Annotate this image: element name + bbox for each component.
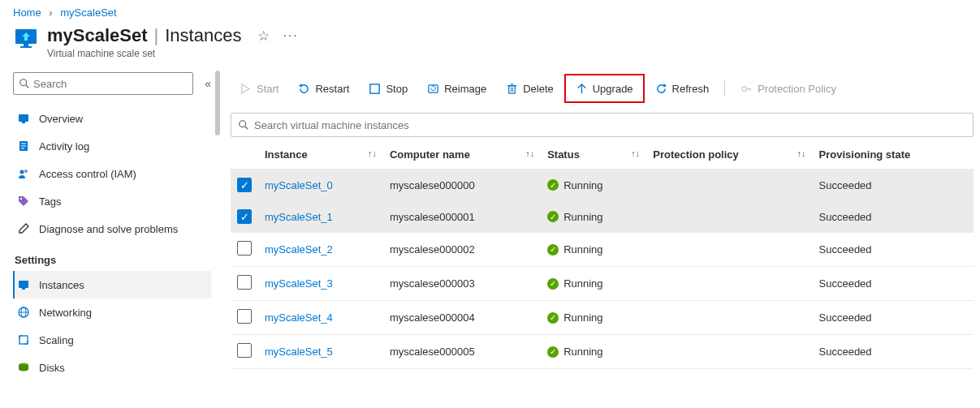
refresh-button[interactable]: Refresh <box>646 75 719 101</box>
table-row[interactable]: ✓myScaleSet_0myscalese000000✓RunningSucc… <box>231 170 974 201</box>
computer-name-cell: myscalese000004 <box>383 301 541 335</box>
sidebar-item-disks[interactable]: Disks <box>13 354 211 381</box>
instance-link[interactable]: myScaleSet_3 <box>265 277 333 290</box>
table-row[interactable]: myScaleSet_3myscalese000003✓RunningSucce… <box>231 267 974 301</box>
row-checkbox[interactable] <box>237 343 252 358</box>
start-label: Start <box>257 83 278 95</box>
sidebar-item-activity-log[interactable]: Activity log <box>13 132 211 160</box>
svg-rect-24 <box>370 84 379 92</box>
protection-cell <box>646 170 812 201</box>
table-row[interactable]: myScaleSet_2myscalese000002✓RunningSucce… <box>231 233 974 267</box>
instances-icon <box>16 277 31 292</box>
restart-button[interactable]: Restart <box>289 75 358 101</box>
instance-filter-input[interactable] <box>249 119 966 131</box>
diagnose-icon <box>16 221 31 236</box>
reimage-icon <box>427 83 439 95</box>
resource-type-label: Virtual machine scale set <box>47 48 299 59</box>
instance-link[interactable]: myScaleSet_4 <box>265 311 333 324</box>
protection-cell <box>646 267 812 301</box>
vmss-resource-icon <box>13 25 39 51</box>
command-bar: Start Restart Stop Reimage Delete Upgrad… <box>231 72 974 105</box>
provisioning-cell: Succeeded <box>813 201 974 233</box>
sidebar-item-tags[interactable]: Tags <box>13 187 211 215</box>
row-checkbox[interactable]: ✓ <box>237 178 252 192</box>
svg-rect-16 <box>22 288 25 290</box>
sidebar-item-overview[interactable]: Overview <box>13 105 211 132</box>
sidebar-search[interactable] <box>13 72 193 95</box>
protection-cell <box>646 201 812 233</box>
svg-rect-26 <box>509 85 516 92</box>
protection-policy-button[interactable]: Protection Policy <box>732 75 845 101</box>
table-row[interactable]: myScaleSet_4myscalese000004✓RunningSucce… <box>231 301 974 335</box>
breadcrumb: Home › myScaleSet <box>0 0 980 22</box>
col-protection[interactable]: Protection policy↑↓ <box>646 140 812 170</box>
favorite-star-icon[interactable]: ☆ <box>257 28 270 45</box>
sort-icon: ↑↓ <box>525 148 534 158</box>
instance-filter[interactable] <box>231 113 974 137</box>
row-checkbox[interactable]: ✓ <box>237 209 252 224</box>
svg-point-12 <box>20 170 24 174</box>
overview-icon <box>16 111 31 126</box>
breadcrumb-current[interactable]: myScaleSet <box>60 6 116 19</box>
iam-icon <box>16 166 31 181</box>
stop-button[interactable]: Stop <box>360 75 417 101</box>
breadcrumb-home[interactable]: Home <box>13 6 41 19</box>
collapse-sidebar-icon[interactable]: « <box>205 77 211 90</box>
computer-name-cell: myscalese000001 <box>383 201 541 233</box>
more-menu-icon[interactable]: ··· <box>283 28 298 43</box>
start-button[interactable]: Start <box>231 75 287 101</box>
instance-link[interactable]: myScaleSet_0 <box>265 179 333 191</box>
upgrade-button[interactable]: Upgrade <box>564 74 645 103</box>
col-provisioning[interactable]: Provisioning state <box>813 140 974 170</box>
delete-label: Delete <box>523 83 554 95</box>
row-checkbox[interactable] <box>237 241 252 256</box>
provisioning-cell: Succeeded <box>813 301 974 335</box>
sidebar-item-instances[interactable]: Instances <box>13 271 211 298</box>
reimage-label: Reimage <box>444 83 486 95</box>
col-status[interactable]: Status↑↓ <box>541 140 646 170</box>
col-instance[interactable]: Instance↑↓ <box>258 140 383 170</box>
svg-point-14 <box>20 198 22 200</box>
svg-rect-15 <box>19 281 28 288</box>
svg-rect-20 <box>19 336 28 344</box>
sidebar-item-label: Networking <box>39 307 92 319</box>
svg-line-37 <box>245 127 248 130</box>
svg-point-36 <box>240 121 246 127</box>
sidebar-item-access-control-iam-[interactable]: Access control (IAM) <box>13 160 211 187</box>
sidebar-item-networking[interactable]: Networking <box>13 298 211 326</box>
trash-icon <box>506 83 518 95</box>
svg-rect-2 <box>20 46 32 48</box>
table-row[interactable]: ✓myScaleSet_1myscalese000001✓RunningSucc… <box>231 201 974 233</box>
svg-marker-23 <box>299 83 302 87</box>
sidebar-item-diagnose-and-solve-problems[interactable]: Diagnose and solve problems <box>13 215 211 243</box>
sidebar-item-label: Disks <box>39 362 65 374</box>
networking-icon <box>16 305 31 320</box>
protection-cell <box>646 301 812 335</box>
reimage-button[interactable]: Reimage <box>418 75 495 101</box>
scaling-icon <box>16 333 31 347</box>
sidebar-item-label: Instances <box>39 279 84 291</box>
sort-icon: ↑↓ <box>368 148 377 158</box>
table-row[interactable]: myScaleSet_5myscalese000005✓RunningSucce… <box>231 335 974 369</box>
instance-link[interactable]: myScaleSet_1 <box>265 211 333 223</box>
delete-button[interactable]: Delete <box>497 75 563 101</box>
key-icon <box>740 83 753 95</box>
instance-link[interactable]: myScaleSet_5 <box>265 346 333 358</box>
col-status-label: Status <box>547 148 580 161</box>
sort-icon: ↑↓ <box>797 148 806 158</box>
instance-link[interactable]: myScaleSet_2 <box>265 243 333 256</box>
computer-name-cell: myscalese000002 <box>383 233 541 267</box>
sidebar-search-input[interactable] <box>30 78 188 90</box>
nav-list-settings: InstancesNetworkingScalingDisks <box>13 271 211 381</box>
computer-name-cell: myscalese000000 <box>383 170 541 201</box>
status-running-icon: ✓ <box>547 312 559 324</box>
row-checkbox[interactable] <box>237 275 252 290</box>
restart-icon <box>298 83 310 95</box>
sidebar-item-scaling[interactable]: Scaling <box>13 326 211 354</box>
row-checkbox[interactable] <box>237 309 252 324</box>
col-protection-label: Protection policy <box>653 148 738 161</box>
col-computer[interactable]: Computer name↑↓ <box>383 140 541 170</box>
main-content: Start Restart Stop Reimage Delete Upgrad… <box>224 66 980 381</box>
sidebar-scrollbar[interactable] <box>211 66 224 381</box>
svg-rect-1 <box>24 44 28 46</box>
